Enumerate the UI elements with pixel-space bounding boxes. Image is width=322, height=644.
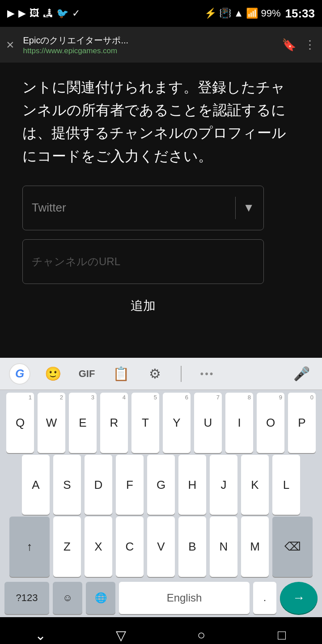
key-p[interactable]: P0 [288,393,316,453]
bluetooth-icon: ⚡ [204,8,216,19]
status-left-icons: ▶ ▶ 🖼 🏞 🐦 ✓ [7,8,80,19]
key-row-1: Q1 W2 E3 R4 T5 Y6 U7 I8 O9 P0 [3,393,319,453]
add-button-container: 追加 [22,297,264,314]
key-a[interactable]: A [22,455,50,515]
image-icon: 🏞 [43,8,53,19]
channel-url-input[interactable]: チャンネルのURL [22,239,264,284]
more-options-icon[interactable]: ⋮ [304,38,316,52]
key-y[interactable]: Y6 [163,393,191,453]
key-g[interactable]: G [147,455,175,515]
key-m[interactable]: M [241,517,269,577]
settings-icon[interactable]: ⚙ [143,362,166,386]
key-t[interactable]: T5 [131,393,159,453]
key-row-3: ↑ Z X C V B N M ⌫ [3,517,319,577]
backspace-key[interactable]: ⌫ [272,517,313,577]
twitter-icon: 🐦 [56,8,68,19]
dropdown-arrow-icon: ▼ [243,201,254,215]
bookmark-icon[interactable]: 🔖 [282,38,296,52]
key-rows: Q1 W2 E3 R4 T5 Y6 U7 I8 O9 P0 A S D F G … [0,390,322,579]
key-b[interactable]: B [178,517,206,577]
google-g-icon[interactable]: G [9,363,30,385]
emoji-key[interactable]: ☺ [53,582,82,614]
clipboard-icon[interactable]: 📋 [109,362,132,386]
navigation-bar: ⌄ ▽ ○ □ [0,617,322,644]
more-tools-icon[interactable]: ••• [196,362,219,386]
signal-icon: 📶 [246,8,258,19]
key-q[interactable]: Q1 [6,393,34,453]
numeric-toggle-key[interactable]: ?123 [4,582,49,614]
key-d[interactable]: D [85,455,112,515]
spacebar-key[interactable]: English [119,582,250,614]
microphone-icon[interactable]: 🎤 [290,362,313,386]
key-r[interactable]: R4 [100,393,128,453]
toolbar-separator [181,366,182,382]
key-l[interactable]: L [272,455,300,515]
time-display: 15:33 [285,7,315,21]
language-key[interactable]: 🌐 [86,582,115,614]
key-s[interactable]: S [53,455,81,515]
nav-back-button[interactable]: ⌄ [22,622,58,644]
nav-home-button[interactable]: ▽ [103,622,139,644]
status-right-icons: ⚡ 📳 ▲ 📶 99% 15:33 [204,7,315,21]
browser-url: https://www.epicgames.com [23,47,273,55]
key-n[interactable]: N [210,517,237,577]
key-v[interactable]: V [147,517,175,577]
key-f[interactable]: F [116,455,144,515]
browser-title: Epicのクリエイターサポ... [23,34,273,47]
browser-bar: × Epicのクリエイターサポ... https://www.epicgames… [0,27,322,63]
key-e[interactable]: E3 [69,393,97,453]
wifi-icon: ▲ [234,8,244,19]
key-w[interactable]: W2 [38,393,65,453]
key-c[interactable]: C [116,517,144,577]
platform-dropdown[interactable]: Twitter ▼ [22,186,264,230]
browser-close-button[interactable]: × [6,37,14,52]
key-i[interactable]: I8 [225,393,253,453]
gif-icon[interactable]: GIF [75,362,98,386]
add-button[interactable]: 追加 [131,297,156,314]
status-bar: ▶ ▶ 🖼 🏞 🐦 ✓ ⚡ 📳 ▲ 📶 99% 15:33 [0,0,322,27]
youtube2-icon: ▶ [18,8,26,19]
content-area: ントに関連付けられます。登録したチャンネルの所有者であることを認証するには、提供… [0,63,322,358]
key-z[interactable]: Z [53,517,81,577]
key-u[interactable]: U7 [194,393,222,453]
url-input-placeholder: チャンネルのURL [32,254,120,269]
key-row-2: A S D F G H J K L [3,455,319,515]
keyboard-toolbar: G 🙂 GIF 📋 ⚙ ••• 🎤 [0,358,322,390]
enter-key[interactable]: → [280,582,318,614]
key-k[interactable]: K [241,455,269,515]
key-j[interactable]: J [210,455,237,515]
keyboard-bottom-row: ?123 ☺ 🌐 English . → [0,579,322,617]
photo-icon: 🖼 [30,8,39,19]
shift-key[interactable]: ↑ [9,517,50,577]
browser-action-icons: 🔖 ⋮ [282,38,316,52]
key-h[interactable]: H [178,455,206,515]
keyboard-area: G 🙂 GIF 📋 ⚙ ••• 🎤 Q1 W2 E3 R4 T5 Y6 U7 I… [0,358,322,617]
youtube-icon: ▶ [7,8,15,19]
dropdown-divider [235,197,236,219]
nav-square-button[interactable]: □ [264,622,300,644]
emoji-sticker-icon[interactable]: 🙂 [41,362,64,386]
description-text: ントに関連付けられます。登録したチャンネルの所有者であることを認証するには、提供… [22,76,300,168]
dropdown-selected-value: Twitter [32,201,235,215]
nav-circle-button[interactable]: ○ [183,622,219,644]
key-x[interactable]: X [85,517,112,577]
battery-text: 99% [261,8,280,19]
vibrate-icon: 📳 [219,8,231,19]
browser-url-area[interactable]: Epicのクリエイターサポ... https://www.epicgames.c… [20,34,276,55]
period-key[interactable]: . [253,582,276,614]
key-o[interactable]: O9 [257,393,284,453]
check-icon: ✓ [72,8,80,19]
